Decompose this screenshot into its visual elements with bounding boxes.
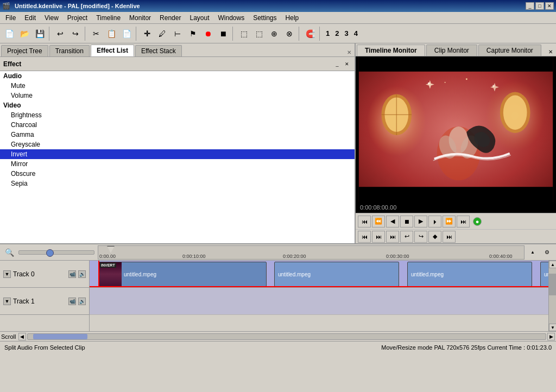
timeline-settings[interactable]: ⚙: [540, 245, 554, 260]
vscroll-up-btn[interactable]: ▲: [549, 261, 556, 268]
menu-windows[interactable]: Windows: [214, 13, 249, 23]
clip-2[interactable]: untitled.mpeg: [274, 262, 399, 287]
effect-panel-close2[interactable]: ✕: [343, 60, 351, 68]
zoom-out-button[interactable]: 🔍: [2, 245, 16, 260]
effect-greyscale[interactable]: Greyscale: [0, 140, 355, 149]
transport-fast-forward[interactable]: ⏩: [443, 216, 456, 227]
menu-render[interactable]: Render: [155, 13, 185, 23]
hscroll-label: Scroll: [1, 333, 16, 340]
minimize-button[interactable]: _: [526, 2, 534, 10]
insert-btn[interactable]: ⊕: [267, 27, 281, 41]
transport2-marker[interactable]: ◆: [428, 231, 441, 243]
zone-in[interactable]: ⬚: [237, 27, 251, 41]
track-1-audio-btn[interactable]: 🔊: [78, 298, 86, 305]
tab-transition[interactable]: Transition: [49, 45, 90, 56]
track-0-audio-btn[interactable]: 🔊: [78, 270, 86, 278]
timeline-vscroll-up[interactable]: ▲: [526, 245, 540, 260]
transport-goto-start[interactable]: ⏮: [358, 216, 371, 227]
num-2[interactable]: 2: [333, 29, 341, 37]
effect-invert[interactable]: Invert: [0, 149, 355, 159]
transport-step-forward[interactable]: ⏵: [428, 216, 441, 227]
num-1[interactable]: 1: [324, 29, 332, 37]
stop-record-button[interactable]: ⏹: [216, 27, 230, 41]
tab-capture-monitor[interactable]: Capture Monitor: [478, 45, 541, 56]
redo-button[interactable]: ↪: [68, 27, 83, 41]
effect-panel-header: Effect _ ✕: [0, 57, 355, 71]
tab-effect-list[interactable]: Effect List: [91, 45, 134, 56]
snap-button[interactable]: 🧲: [303, 27, 317, 41]
tab-project-tree[interactable]: Project Tree: [1, 45, 48, 56]
effect-gamma[interactable]: Gamma: [0, 130, 355, 140]
track-1-collapse[interactable]: ▼: [3, 298, 11, 305]
close-button[interactable]: ✕: [545, 2, 554, 10]
copy-button[interactable]: 📋: [104, 27, 118, 41]
transport2-start[interactable]: ⏮: [358, 231, 371, 243]
record-button[interactable]: ⏺: [201, 27, 215, 41]
vscroll-thumb[interactable]: [549, 274, 556, 295]
undo-button[interactable]: ↩: [53, 27, 67, 41]
effect-panel-minimize[interactable]: _: [333, 60, 342, 68]
transport2-loop[interactable]: ↩: [400, 231, 413, 243]
effect-charcoal[interactable]: Charcoal: [0, 120, 355, 130]
save-button[interactable]: 💾: [33, 27, 47, 41]
overwrite-btn[interactable]: ⊗: [282, 27, 296, 41]
transport2-loop2[interactable]: ↪: [414, 231, 427, 243]
track-1-video-btn[interactable]: 📹: [68, 298, 76, 305]
razor-tool[interactable]: 🖊: [155, 27, 169, 41]
hscroll-left-btn[interactable]: ◀: [18, 333, 26, 340]
cut-button[interactable]: ✂: [89, 27, 103, 41]
track-0-video-btn[interactable]: 📹: [68, 270, 76, 278]
hscroll-right-btn[interactable]: ▶: [547, 333, 555, 340]
zoom-slider-thumb[interactable]: [46, 249, 54, 257]
effect-brightness[interactable]: Brightness: [0, 110, 355, 120]
tracks-area: ▼ Track 0 📹 🔊 ▼ Track 1 📹 🔊: [0, 261, 556, 331]
transport-play[interactable]: ▶: [414, 216, 427, 227]
maximize-button[interactable]: □: [535, 2, 544, 10]
num-4[interactable]: 4: [352, 29, 360, 37]
monitor-panel-close[interactable]: ✕: [546, 48, 555, 56]
transport-rewind[interactable]: ◀: [386, 216, 399, 227]
effect-sepia[interactable]: Sepia: [0, 179, 355, 188]
transport2-next-marker[interactable]: ⏮: [386, 231, 399, 243]
num-3[interactable]: 3: [342, 29, 350, 37]
menu-project[interactable]: Project: [63, 13, 92, 23]
menu-monitor[interactable]: Monitor: [125, 13, 155, 23]
menu-timeline[interactable]: Timeline: [92, 13, 125, 23]
clip-1[interactable]: INVERT untitled.mpeg: [98, 262, 267, 287]
spacer-tool[interactable]: ⊢: [170, 27, 185, 41]
menu-help[interactable]: Help: [281, 13, 304, 23]
open-button[interactable]: 📂: [17, 27, 31, 41]
menu-view[interactable]: View: [40, 13, 63, 23]
tab-effect-stack[interactable]: Effect Stack: [135, 45, 182, 56]
tab-timeline-monitor[interactable]: Timeline Monitor: [357, 45, 425, 56]
transport-stop[interactable]: ⏹: [400, 216, 413, 227]
transport-record[interactable]: ●: [473, 217, 482, 226]
effect-mirror[interactable]: Mirror: [0, 159, 355, 169]
menu-layout[interactable]: Layout: [185, 13, 213, 23]
transport2-prev-marker[interactable]: ⏭: [372, 231, 385, 243]
track-0-collapse[interactable]: ▼: [3, 270, 11, 278]
vscroll-down-btn[interactable]: ▼: [549, 324, 556, 331]
effect-obscure[interactable]: Obscure: [0, 169, 355, 179]
transport2-end[interactable]: ⏭: [443, 231, 456, 243]
left-panel-close[interactable]: ✕: [345, 48, 353, 56]
tab-clip-monitor[interactable]: Clip Monitor: [426, 45, 477, 56]
marker-tool[interactable]: ⚑: [186, 27, 200, 41]
hscroll-thumb[interactable]: [33, 334, 87, 339]
clip-3[interactable]: untitled.mpeg: [407, 262, 532, 287]
effect-volume[interactable]: Volume: [0, 91, 355, 100]
svg-point-18: [445, 82, 446, 83]
select-tool[interactable]: ✛: [140, 27, 154, 41]
zone-out[interactable]: ⬚: [252, 27, 266, 41]
menu-settings[interactable]: Settings: [249, 13, 281, 23]
clip-4[interactable]: untitled.mpeg: [540, 262, 548, 287]
playhead-marker[interactable]: [107, 246, 115, 254]
timeline-hscrollbar: Scroll ◀ ▶: [0, 331, 556, 341]
menu-edit[interactable]: Edit: [20, 13, 40, 23]
new-button[interactable]: 📄: [2, 27, 16, 41]
transport-rewind-fast[interactable]: ⏪: [372, 216, 385, 227]
effect-mute[interactable]: Mute: [0, 81, 355, 91]
menu-file[interactable]: File: [1, 13, 20, 23]
paste-button[interactable]: 📄: [119, 27, 134, 41]
transport-goto-end[interactable]: ⏭: [457, 216, 470, 227]
